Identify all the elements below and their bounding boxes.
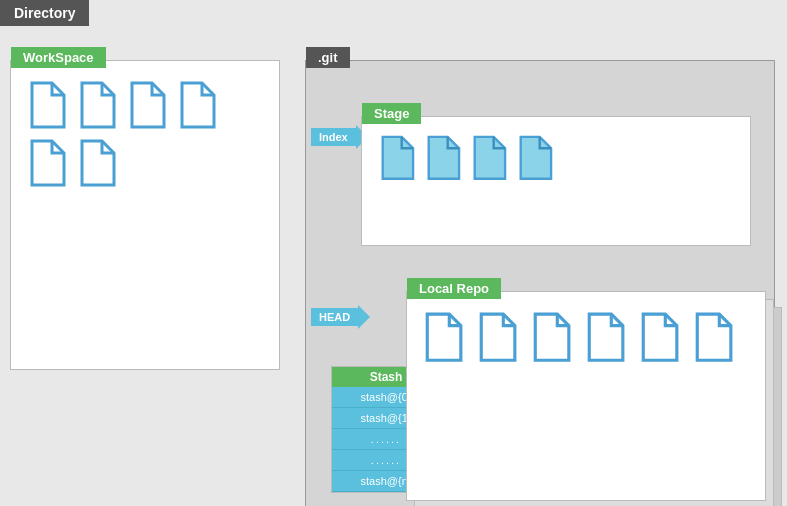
workspace-file-2 <box>76 81 116 129</box>
repo-file-6 <box>692 312 734 362</box>
localrepo-panel: Local Repo <box>406 291 766 501</box>
workspace-file-5 <box>26 139 66 187</box>
directory-header: Directory <box>0 0 89 26</box>
repo-file-3 <box>530 312 572 362</box>
stage-file-1 <box>377 135 415 181</box>
repo-file-grid <box>407 292 765 372</box>
stage-file-4 <box>515 135 553 181</box>
git-label: .git <box>306 47 350 68</box>
workspace-file-3 <box>126 81 166 129</box>
repo-file-1 <box>422 312 464 362</box>
head-arrow-label: HEAD <box>311 308 358 326</box>
stage-file-grid <box>362 117 750 191</box>
workspace-file-1 <box>26 81 66 129</box>
workspace-file-4 <box>176 81 216 129</box>
repo-file-5 <box>638 312 680 362</box>
stage-file-3 <box>469 135 507 181</box>
main-container: Directory WorkSpace <box>0 0 787 506</box>
workspace-label: WorkSpace <box>11 47 106 68</box>
stage-panel: Stage <box>361 116 751 246</box>
workspace-file-grid <box>11 61 279 197</box>
workspace-panel: WorkSpace <box>10 60 280 370</box>
git-panel: .git Index Stage <box>305 60 775 506</box>
index-arrow: Index <box>311 128 356 146</box>
stage-label: Stage <box>362 103 421 124</box>
directory-title: Directory <box>14 5 75 21</box>
localrepo-label: Local Repo <box>407 278 501 299</box>
head-arrow: HEAD <box>311 308 358 326</box>
repo-file-2 <box>476 312 518 362</box>
repo-file-4 <box>584 312 626 362</box>
stage-file-2 <box>423 135 461 181</box>
workspace-file-6 <box>76 139 116 187</box>
index-arrow-label: Index <box>311 128 356 146</box>
